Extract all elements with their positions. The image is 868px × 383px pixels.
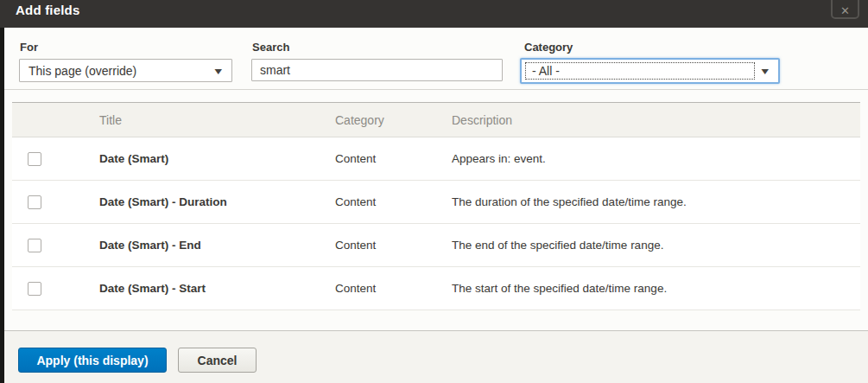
for-label: For <box>20 41 38 54</box>
chevron-down-icon: ▼ <box>762 67 769 74</box>
category-select[interactable]: - All - ▼ <box>520 58 780 84</box>
modal-header: Add fields ✕ <box>0 0 868 28</box>
add-fields-modal: Add fields ✕ For This page (override) ▼ … <box>0 0 868 383</box>
field-category: Content <box>325 137 441 181</box>
field-description: The start of the specified date/time ran… <box>441 267 860 310</box>
row-checkbox[interactable] <box>28 195 41 209</box>
apply-button[interactable]: Apply (this display) <box>18 348 167 373</box>
field-title: Date (Smart) <box>89 137 325 181</box>
chevron-down-icon: ▼ <box>215 67 222 74</box>
close-button[interactable]: ✕ <box>831 0 859 19</box>
field-category: Content <box>325 267 441 310</box>
category-column-header: Category <box>325 103 441 137</box>
row-checkbox[interactable] <box>28 152 41 166</box>
table-row: Date (Smart) - Duration Content The dura… <box>12 181 860 224</box>
field-title: Date (Smart) - Duration <box>89 181 325 224</box>
table-row: Date (Smart) - Start Content The start o… <box>12 267 860 310</box>
search-label: Search <box>252 41 289 54</box>
category-label: Category <box>524 41 573 54</box>
row-checkbox[interactable] <box>28 239 41 252</box>
field-category: Content <box>325 181 441 224</box>
cancel-button[interactable]: Cancel <box>178 348 257 373</box>
modal-title: Add fields <box>16 3 80 17</box>
field-title: Date (Smart) - End <box>89 224 325 267</box>
description-column-header: Description <box>441 103 860 137</box>
close-icon: ✕ <box>840 4 850 17</box>
field-description: The duration of the specified date/time … <box>441 181 860 224</box>
table-header-row: Title Category Description <box>12 103 860 137</box>
title-column-header: Title <box>89 103 325 137</box>
field-description: Appears in: event. <box>441 137 860 181</box>
form-divider <box>4 89 868 90</box>
modal-footer: Apply (this display) Cancel <box>4 330 868 383</box>
for-select-value: This page (override) <box>29 64 136 78</box>
field-title: Date (Smart) - Start <box>89 267 325 310</box>
for-select[interactable]: This page (override) ▼ <box>19 59 232 82</box>
field-description: The end of the specified date/time range… <box>441 224 860 267</box>
row-checkbox[interactable] <box>28 282 41 296</box>
search-input[interactable] <box>251 59 503 81</box>
category-select-value: - All - <box>532 64 560 78</box>
field-category: Content <box>325 224 441 267</box>
table-row: Date (Smart) Content Appears in: event. <box>12 137 860 181</box>
table-row: Date (Smart) - End Content The end of th… <box>12 224 860 267</box>
checkbox-column-header <box>12 103 89 137</box>
fields-table: Title Category Description Date (Smart) … <box>12 102 860 310</box>
modal-body: For This page (override) ▼ Search Catego… <box>4 28 868 383</box>
